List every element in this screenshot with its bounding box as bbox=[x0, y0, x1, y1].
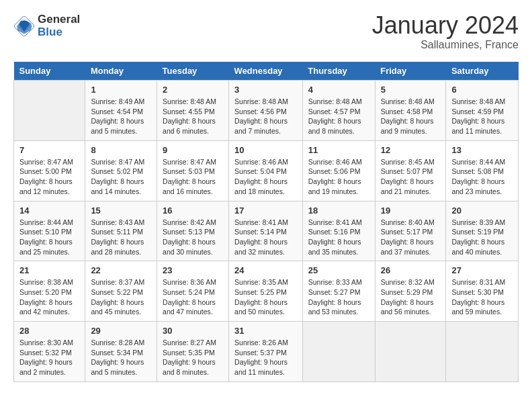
day-info: Sunrise: 8:48 AMSunset: 4:55 PMDaylight:… bbox=[163, 97, 223, 136]
day-number: 3 bbox=[234, 85, 297, 95]
calendar-cell: 29Sunrise: 8:28 AMSunset: 5:34 PMDayligh… bbox=[85, 322, 157, 382]
day-info: Sunrise: 8:33 AMSunset: 5:27 PMDaylight:… bbox=[308, 277, 369, 317]
day-info: Sunrise: 8:42 AMSunset: 5:13 PMDaylight:… bbox=[163, 218, 223, 257]
calendar-cell: 6Sunrise: 8:48 AMSunset: 4:59 PMDaylight… bbox=[446, 81, 519, 141]
day-info: Sunrise: 8:41 AMSunset: 5:14 PMDaylight:… bbox=[234, 218, 297, 257]
day-number: 15 bbox=[91, 205, 151, 216]
day-info: Sunrise: 8:28 AMSunset: 5:34 PMDaylight:… bbox=[91, 338, 151, 377]
day-number: 18 bbox=[308, 205, 369, 216]
calendar-cell: 1Sunrise: 8:49 AMSunset: 4:54 PMDaylight… bbox=[85, 81, 157, 141]
day-info: Sunrise: 8:47 AMSunset: 5:02 PMDaylight:… bbox=[91, 157, 151, 197]
weekday-header: Thursday bbox=[302, 62, 375, 81]
calendar-week-row: 14Sunrise: 8:44 AMSunset: 5:10 PMDayligh… bbox=[14, 201, 519, 261]
calendar-cell: 16Sunrise: 8:42 AMSunset: 5:13 PMDayligh… bbox=[157, 201, 229, 261]
location: Sallaumines, France bbox=[372, 39, 519, 51]
calendar-cell: 20Sunrise: 8:39 AMSunset: 5:19 PMDayligh… bbox=[446, 201, 519, 261]
day-info: Sunrise: 8:46 AMSunset: 5:04 PMDaylight:… bbox=[234, 157, 297, 197]
calendar-cell: 22Sunrise: 8:37 AMSunset: 5:22 PMDayligh… bbox=[85, 261, 157, 322]
day-number: 29 bbox=[91, 326, 151, 336]
day-number: 13 bbox=[451, 145, 513, 155]
header-row: SundayMondayTuesdayWednesdayThursdayFrid… bbox=[14, 62, 519, 81]
day-number: 28 bbox=[19, 326, 79, 336]
day-number: 25 bbox=[308, 265, 369, 275]
day-info: Sunrise: 8:27 AMSunset: 5:35 PMDaylight:… bbox=[163, 338, 223, 377]
day-number: 21 bbox=[19, 265, 79, 275]
day-number: 17 bbox=[234, 205, 297, 216]
calendar-week-row: 21Sunrise: 8:38 AMSunset: 5:20 PMDayligh… bbox=[14, 261, 519, 322]
day-info: Sunrise: 8:36 AMSunset: 5:24 PMDaylight:… bbox=[163, 277, 223, 317]
day-number: 6 bbox=[451, 85, 513, 95]
calendar-cell: 13Sunrise: 8:44 AMSunset: 5:08 PMDayligh… bbox=[446, 140, 519, 201]
calendar-cell: 2Sunrise: 8:48 AMSunset: 4:55 PMDaylight… bbox=[157, 81, 229, 141]
logo-text-general: General bbox=[38, 13, 80, 26]
logo-text-blue: Blue bbox=[38, 26, 80, 39]
day-number: 1 bbox=[91, 85, 151, 95]
day-number: 10 bbox=[234, 145, 297, 155]
weekday-header: Monday bbox=[85, 62, 157, 81]
month-title: January 2024 bbox=[372, 13, 519, 38]
day-info: Sunrise: 8:45 AMSunset: 5:07 PMDaylight:… bbox=[381, 157, 441, 197]
calendar-cell: 12Sunrise: 8:45 AMSunset: 5:07 PMDayligh… bbox=[375, 140, 446, 201]
calendar-table: SundayMondayTuesdayWednesdayThursdayFrid… bbox=[13, 62, 519, 382]
day-info: Sunrise: 8:44 AMSunset: 5:10 PMDaylight:… bbox=[19, 218, 79, 257]
weekday-header: Tuesday bbox=[157, 62, 229, 81]
calendar-cell: 8Sunrise: 8:47 AMSunset: 5:02 PMDaylight… bbox=[85, 140, 157, 201]
day-number: 23 bbox=[163, 265, 223, 275]
day-info: Sunrise: 8:46 AMSunset: 5:06 PMDaylight:… bbox=[308, 157, 369, 197]
day-number: 19 bbox=[381, 205, 441, 216]
calendar-cell: 11Sunrise: 8:46 AMSunset: 5:06 PMDayligh… bbox=[302, 140, 375, 201]
day-number: 7 bbox=[19, 145, 79, 155]
calendar-body: 1Sunrise: 8:49 AMSunset: 4:54 PMDaylight… bbox=[14, 81, 519, 382]
day-info: Sunrise: 8:37 AMSunset: 5:22 PMDaylight:… bbox=[91, 277, 151, 317]
day-info: Sunrise: 8:48 AMSunset: 4:56 PMDaylight:… bbox=[234, 97, 297, 136]
calendar-week-row: 7Sunrise: 8:47 AMSunset: 5:00 PMDaylight… bbox=[14, 140, 519, 201]
calendar-cell: 15Sunrise: 8:43 AMSunset: 5:11 PMDayligh… bbox=[85, 201, 157, 261]
weekday-header: Friday bbox=[375, 62, 446, 81]
calendar-cell bbox=[14, 81, 85, 141]
day-number: 26 bbox=[381, 265, 441, 275]
day-number: 16 bbox=[163, 205, 223, 216]
day-number: 2 bbox=[163, 85, 223, 95]
calendar-cell: 19Sunrise: 8:40 AMSunset: 5:17 PMDayligh… bbox=[375, 201, 446, 261]
day-info: Sunrise: 8:31 AMSunset: 5:30 PMDaylight:… bbox=[451, 277, 513, 317]
calendar-cell: 10Sunrise: 8:46 AMSunset: 5:04 PMDayligh… bbox=[229, 140, 303, 201]
calendar-cell: 30Sunrise: 8:27 AMSunset: 5:35 PMDayligh… bbox=[157, 322, 229, 382]
calendar-cell: 26Sunrise: 8:32 AMSunset: 5:29 PMDayligh… bbox=[375, 261, 446, 322]
day-info: Sunrise: 8:44 AMSunset: 5:08 PMDaylight:… bbox=[451, 157, 513, 197]
weekday-header: Wednesday bbox=[229, 62, 303, 81]
calendar-cell: 18Sunrise: 8:41 AMSunset: 5:16 PMDayligh… bbox=[302, 201, 375, 261]
calendar-cell: 17Sunrise: 8:41 AMSunset: 5:14 PMDayligh… bbox=[229, 201, 303, 261]
calendar-cell: 27Sunrise: 8:31 AMSunset: 5:30 PMDayligh… bbox=[446, 261, 519, 322]
day-info: Sunrise: 8:48 AMSunset: 4:57 PMDaylight:… bbox=[308, 97, 369, 136]
calendar-cell: 9Sunrise: 8:47 AMSunset: 5:03 PMDaylight… bbox=[157, 140, 229, 201]
calendar-cell bbox=[302, 322, 375, 382]
day-info: Sunrise: 8:26 AMSunset: 5:37 PMDaylight:… bbox=[234, 338, 297, 377]
calendar-cell: 14Sunrise: 8:44 AMSunset: 5:10 PMDayligh… bbox=[14, 201, 85, 261]
day-info: Sunrise: 8:40 AMSunset: 5:17 PMDaylight:… bbox=[381, 218, 441, 257]
day-info: Sunrise: 8:39 AMSunset: 5:19 PMDaylight:… bbox=[451, 218, 513, 257]
weekday-header: Saturday bbox=[446, 62, 519, 81]
calendar-cell: 24Sunrise: 8:35 AMSunset: 5:25 PMDayligh… bbox=[229, 261, 303, 322]
calendar-cell: 23Sunrise: 8:36 AMSunset: 5:24 PMDayligh… bbox=[157, 261, 229, 322]
day-number: 22 bbox=[91, 265, 151, 275]
page-header: General Blue January 2024 Sallaumines, F… bbox=[13, 13, 519, 51]
title-block: January 2024 Sallaumines, France bbox=[372, 13, 519, 51]
day-info: Sunrise: 8:47 AMSunset: 5:03 PMDaylight:… bbox=[163, 157, 223, 197]
day-info: Sunrise: 8:43 AMSunset: 5:11 PMDaylight:… bbox=[91, 218, 151, 257]
calendar-cell: 31Sunrise: 8:26 AMSunset: 5:37 PMDayligh… bbox=[229, 322, 303, 382]
weekday-header: Sunday bbox=[14, 62, 85, 81]
day-info: Sunrise: 8:35 AMSunset: 5:25 PMDaylight:… bbox=[234, 277, 297, 317]
day-info: Sunrise: 8:47 AMSunset: 5:00 PMDaylight:… bbox=[19, 157, 79, 197]
day-info: Sunrise: 8:38 AMSunset: 5:20 PMDaylight:… bbox=[19, 277, 79, 317]
logo-icon bbox=[13, 15, 35, 37]
day-info: Sunrise: 8:30 AMSunset: 5:32 PMDaylight:… bbox=[19, 338, 79, 377]
day-number: 14 bbox=[19, 205, 79, 216]
day-number: 9 bbox=[163, 145, 223, 155]
calendar-cell: 25Sunrise: 8:33 AMSunset: 5:27 PMDayligh… bbox=[302, 261, 375, 322]
day-info: Sunrise: 8:48 AMSunset: 4:58 PMDaylight:… bbox=[381, 97, 441, 136]
day-info: Sunrise: 8:49 AMSunset: 4:54 PMDaylight:… bbox=[91, 97, 151, 136]
calendar-cell bbox=[446, 322, 519, 382]
day-info: Sunrise: 8:41 AMSunset: 5:16 PMDaylight:… bbox=[308, 218, 369, 257]
day-info: Sunrise: 8:48 AMSunset: 4:59 PMDaylight:… bbox=[451, 97, 513, 136]
day-number: 11 bbox=[308, 145, 369, 155]
